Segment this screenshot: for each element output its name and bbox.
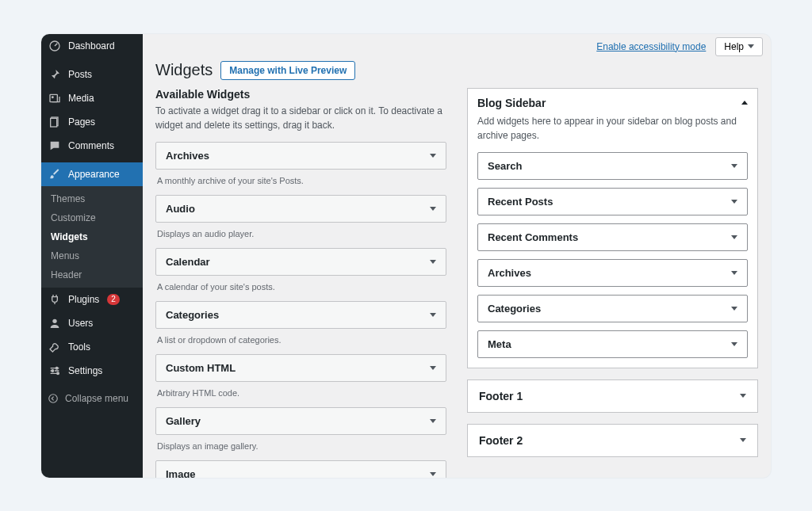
widget-area-title: Footer 1 (479, 390, 523, 402)
chevron-down-icon (430, 313, 436, 317)
sidebar-item-users[interactable]: Users (41, 311, 143, 335)
sidebar-item-label: Pages (68, 116, 95, 128)
chevron-down-icon (731, 164, 737, 168)
widget-area-header[interactable]: Blog Sidebar (477, 97, 748, 109)
sidebar-item-label: Dashboard (68, 40, 115, 51)
widget-area: Footer 2 (467, 424, 758, 457)
page-header: Widgets Manage with Live Preview (143, 56, 771, 88)
sidebar-item-label: Media (68, 93, 94, 104)
sidebar-item-pages[interactable]: Pages (41, 110, 143, 134)
available-widget[interactable]: Custom HTML (155, 354, 446, 382)
help-button[interactable]: Help (715, 37, 763, 56)
submenu-widgets[interactable]: Widgets (41, 227, 143, 246)
available-widget[interactable]: Image (155, 460, 446, 478)
available-widget[interactable]: Archives (155, 142, 446, 170)
widget-description: Displays an image gallery. (157, 441, 445, 451)
sidebar-item-posts[interactable]: Posts (41, 63, 143, 86)
page-title: Widgets (155, 61, 213, 79)
area-widget-title: Archives (488, 267, 531, 279)
svg-point-8 (57, 372, 59, 375)
sidebar-item-tools[interactable]: Tools (41, 335, 143, 359)
area-widget[interactable]: Meta (477, 330, 748, 358)
gauge-icon (48, 40, 62, 52)
widget-area: Footer 1 (467, 379, 758, 413)
sidebar-item-plugins[interactable]: Plugins 2 (41, 288, 143, 311)
area-widget[interactable]: Categories (477, 295, 748, 322)
widget-areas-column: Blog SidebarAdd widgets here to appear i… (467, 88, 758, 478)
user-icon (48, 317, 62, 330)
pages-icon (48, 116, 62, 128)
widget-title: Custom HTML (166, 362, 236, 374)
wrench-icon (48, 341, 62, 353)
area-widget[interactable]: Recent Posts (477, 188, 748, 215)
widget-title: Archives (166, 150, 209, 162)
sliders-icon (48, 364, 62, 377)
chevron-down-icon (731, 200, 737, 204)
submenu-header[interactable]: Header (41, 265, 143, 284)
widget-title: Image (166, 468, 196, 478)
chevron-down-icon (731, 307, 737, 311)
sidebar-item-label: Appearance (68, 169, 120, 180)
sidebar-item-settings[interactable]: Settings (41, 359, 143, 383)
widget-area-title: Footer 2 (479, 434, 523, 447)
svg-rect-4 (51, 118, 57, 127)
chevron-down-icon (430, 472, 436, 476)
chevron-down-icon (430, 154, 436, 158)
sidebar-item-appearance[interactable]: Appearance (41, 162, 143, 186)
accessibility-mode-link[interactable]: Enable accessibility mode (596, 41, 706, 52)
live-preview-button[interactable]: Manage with Live Preview (220, 61, 355, 80)
area-widget[interactable]: Archives (477, 259, 748, 287)
submenu-menus[interactable]: Menus (41, 246, 143, 265)
chevron-down-icon (740, 394, 746, 398)
sidebar-item-label: Settings (68, 365, 102, 376)
widget-description: A monthly archive of your site's Posts. (157, 176, 445, 185)
comment-icon (48, 139, 62, 152)
widget-area-header[interactable]: Footer 1 (479, 390, 746, 402)
area-widget-title: Recent Comments (488, 231, 578, 243)
appearance-submenu: Themes Customize Widgets Menus Header (41, 186, 143, 288)
chevron-down-icon (430, 419, 436, 423)
svg-point-5 (52, 318, 56, 322)
widget-description: Displays an audio player. (157, 229, 445, 238)
area-widget-title: Meta (488, 338, 511, 350)
chevron-down-icon (430, 260, 436, 264)
area-widget[interactable]: Search (477, 152, 748, 180)
chevron-down-icon (731, 271, 737, 275)
available-widgets-column: Available Widgets To activate a widget d… (155, 88, 446, 478)
topbar: Enable accessibility mode Help (143, 34, 771, 56)
widget-title: Gallery (166, 415, 201, 427)
svg-point-2 (52, 96, 54, 97)
chevron-down-icon (748, 44, 754, 48)
available-widget[interactable]: Audio (155, 195, 446, 223)
collapse-icon (48, 393, 59, 404)
sidebar-item-label: Posts (68, 69, 92, 80)
widget-title: Categories (166, 309, 219, 321)
brush-icon (48, 168, 62, 181)
sidebar-item-media[interactable]: Media (41, 86, 143, 110)
svg-point-7 (52, 369, 54, 372)
area-widget-title: Categories (488, 303, 541, 315)
available-heading: Available Widgets (155, 88, 446, 101)
submenu-customize[interactable]: Customize (41, 208, 143, 227)
sidebar-item-label: Tools (68, 341, 90, 353)
sidebar-item-label: Users (68, 318, 93, 329)
chevron-up-icon (741, 101, 748, 105)
collapse-label: Collapse menu (65, 393, 128, 404)
area-widget[interactable]: Recent Comments (477, 223, 748, 251)
chevron-down-icon (731, 235, 737, 239)
widget-area-description: Add widgets here to appear in your sideb… (477, 114, 748, 143)
available-widget[interactable]: Calendar (155, 248, 446, 276)
available-widget[interactable]: Gallery (155, 407, 446, 435)
widget-area-header[interactable]: Footer 2 (479, 434, 746, 447)
submenu-themes[interactable]: Themes (41, 189, 143, 208)
widget-description: A list or dropdown of categories. (157, 335, 445, 345)
collapse-menu-button[interactable]: Collapse menu (41, 387, 143, 410)
sidebar-item-label: Comments (68, 140, 114, 151)
widget-area-title: Blog Sidebar (477, 97, 546, 109)
sidebar-item-comments[interactable]: Comments (41, 134, 143, 158)
plug-icon (48, 293, 62, 306)
widget-title: Audio (166, 203, 195, 215)
sidebar-item-dashboard[interactable]: Dashboard (41, 34, 143, 58)
area-widget-title: Search (488, 160, 522, 172)
available-widget[interactable]: Categories (155, 301, 446, 329)
